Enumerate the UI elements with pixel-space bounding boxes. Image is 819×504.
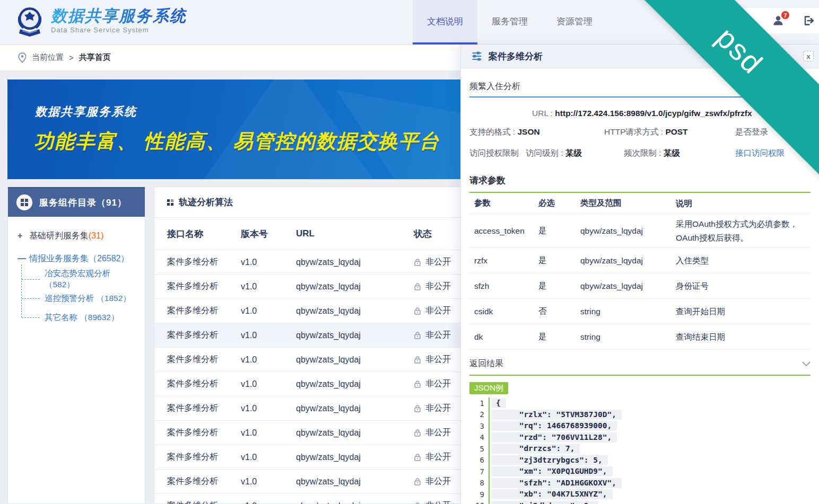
- request-params-title: 请求参数: [469, 174, 811, 187]
- code-line-text: "rq": 1466768939000,: [492, 421, 617, 431]
- cell-interface-name: 案件多维分析: [154, 452, 241, 463]
- collapse-result-button[interactable]: [802, 361, 811, 366]
- cell-interface-name: 案件多维分析: [154, 427, 241, 438]
- breadcrumb-separator: >: [69, 53, 74, 62]
- code-gutter-line: [489, 478, 490, 489]
- sidebar-header: 服务组件目录（91）: [8, 187, 145, 217]
- api-url-value: http://172.424.156:8989/v1.0/jcyp/gifw_z…: [555, 109, 752, 118]
- nav-tab-服务管理[interactable]: 服务管理: [477, 0, 542, 45]
- code-line-text: {: [492, 398, 506, 408]
- service-catalog-sidebar: 服务组件目录（91） +基础研判服务集(31)—情报业务服务集（26582）冶安…: [7, 187, 145, 504]
- param-row: rzfx是qbyw/zats_lqydaj入住类型: [469, 248, 811, 273]
- service-tree: +基础研判服务集(31)—情报业务服务集（26582）冶安态势宏观分析（582）…: [8, 217, 145, 327]
- tree-toggle-icon[interactable]: —: [18, 254, 29, 263]
- api-info-value: 某级: [565, 148, 582, 157]
- cell-interface-name: 案件多维分析: [154, 500, 241, 504]
- param-type: string: [576, 307, 671, 316]
- param-col-type: 类型及范围: [576, 198, 671, 209]
- cell-url: qbyw/zats_lqydaj: [296, 453, 414, 462]
- api-url-label: URL :: [532, 109, 555, 118]
- tree-child-item[interactable]: 其它名称 （89632）: [21, 308, 140, 327]
- code-line: 5 "drrzcs": 7,: [469, 443, 811, 455]
- code-line: 7 "xm": "X0PQ1GUHD9",: [469, 466, 811, 478]
- param-name: access_token: [469, 226, 533, 236]
- user-button[interactable]: 7: [771, 14, 785, 28]
- tree-item-count: （26582）: [89, 253, 129, 264]
- param-name: sfzh: [469, 281, 533, 291]
- code-line-text: "xm": "X0PQ1GUHD9",: [492, 466, 613, 476]
- table-grid-icon: [167, 199, 173, 206]
- cell-interface-name: 案件多维分析: [154, 476, 241, 487]
- banner-title: 数据共享服务系统: [35, 104, 137, 120]
- close-button[interactable]: x: [803, 51, 814, 61]
- param-required: 是: [533, 331, 576, 342]
- code-line-text: "rzlx": "5TVM387J0D",: [492, 410, 622, 420]
- param-desc: 采用OAuth授权方式为必填参数，OAuth授权后获得。: [671, 217, 811, 244]
- cell-version: v1.0: [241, 501, 296, 504]
- param-row: dk是string查询结束日期: [469, 324, 811, 350]
- nav-tab-文档说明[interactable]: 文档说明: [413, 0, 477, 45]
- tree-root-item[interactable]: —情报业务服务集（26582）: [18, 253, 140, 264]
- api-info-value: 某级: [664, 148, 680, 157]
- cell-url: qbyw/zats_lqydaj: [296, 501, 414, 504]
- status-text: 非公开: [425, 378, 451, 390]
- breadcrumb-current[interactable]: 共享首页: [79, 52, 111, 63]
- tree-toggle-icon[interactable]: +: [18, 231, 29, 241]
- app-title: 数据共享服务系统: [51, 7, 187, 24]
- status-text: 非公开: [425, 500, 451, 504]
- cell-interface-name: 案件多维分析: [154, 378, 241, 390]
- param-type: qbyw/zats_lqydaj: [576, 226, 671, 236]
- tree-child-item[interactable]: 巡控预警分析 （1852）: [21, 289, 140, 308]
- api-info-label: 频次限制 :: [624, 148, 664, 157]
- param-col-required: 必选: [533, 198, 576, 209]
- lock-icon: [414, 404, 421, 412]
- param-row: access_token是qbyw/zats_lqydaj采用OAuth授权方式…: [469, 214, 811, 248]
- api-info-label: HTTP请求方式 :: [604, 127, 665, 136]
- code-line-number: 5: [469, 445, 484, 453]
- code-line: 2 "rzlx": "5TVM387J0D",: [469, 409, 811, 421]
- code-line-number: 10: [469, 501, 484, 504]
- code-line-text: "rzd": "706VV11L28",: [492, 432, 617, 443]
- app-subtitle: Data Share Service System: [51, 26, 187, 34]
- cell-interface-name: 案件多维分析: [154, 354, 241, 365]
- param-desc: 查询结束日期: [671, 330, 811, 344]
- cell-version: v1.0: [241, 282, 296, 291]
- cell-url: qbyw/zats_lqydaj: [296, 282, 414, 291]
- param-col-desc: 说明: [671, 197, 811, 210]
- cell-url: qbyw/zats_lqydaj: [296, 331, 414, 340]
- cell-version: v1.0: [241, 477, 296, 487]
- brand-block: 数据共享服务系统 Data Share Service System: [51, 7, 187, 34]
- status-text: 非公开: [425, 257, 451, 268]
- access-auth-label: 访问授权限制: [469, 148, 519, 159]
- cell-url: qbyw/zats_lqydaj: [296, 477, 414, 487]
- lock-icon: [414, 502, 421, 504]
- cell-interface-name: 案件多维分析: [154, 403, 241, 414]
- code-line: 4 "rzd": "706VV11L28",: [469, 432, 811, 444]
- param-type: qbyw/zats_lqydaj: [576, 256, 671, 266]
- code-line: 1{: [469, 397, 811, 409]
- nav-tab-资源管理[interactable]: 资源管理: [542, 0, 607, 45]
- tree-item-count: (31): [89, 231, 103, 241]
- code-line-text: "sfzh": "AD1HGGKOXV",: [492, 478, 622, 488]
- lock-icon: [414, 258, 421, 266]
- col-header-version: 版本号: [241, 228, 296, 240]
- breadcrumb-label: 当前位置: [32, 52, 64, 63]
- api-info-item: 支持的格式 : JSON: [469, 127, 540, 138]
- code-line-number: 2: [469, 410, 484, 419]
- analysis-section-title: 频繁入住分析: [469, 81, 520, 92]
- tree-child-item[interactable]: 冶安态势宏观分析（582）: [21, 270, 140, 289]
- tree-root-item[interactable]: +基础研判服务集(31): [18, 231, 140, 242]
- lock-icon: [414, 282, 421, 290]
- cell-version: v1.0: [241, 428, 296, 438]
- section-divider-green: [469, 375, 811, 376]
- logout-button[interactable]: [802, 14, 816, 28]
- cell-interface-name: 案件多维分析: [154, 257, 241, 268]
- param-desc: 身份证号: [671, 279, 811, 293]
- result-section-title: 返回结果: [469, 358, 503, 369]
- api-permission-link[interactable]: 接口访问权限: [735, 148, 785, 159]
- lock-icon: [414, 478, 421, 485]
- param-row: csidk否string查询开始日期: [469, 299, 811, 324]
- catalog-grid-icon: [16, 194, 32, 210]
- location-pin-icon: [18, 52, 27, 63]
- code-line: 3 "rq": 1466768939000,: [469, 420, 811, 432]
